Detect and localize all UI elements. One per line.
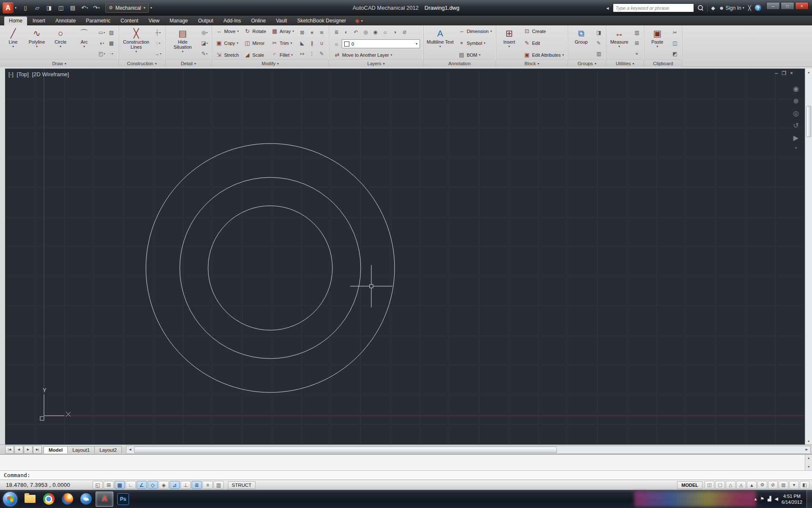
online-services-icon[interactable]: ◉	[355, 18, 359, 24]
workspace-dropdown[interactable]: ⚙ Mechanical ▾	[105, 3, 149, 13]
panel-label-detail[interactable]: Detail▾	[165, 60, 211, 67]
panel-label-draw[interactable]: Draw▾	[0, 60, 118, 67]
multiline-text-button[interactable]: AMultiline Text▾	[425, 27, 455, 59]
quick-properties-toggle[interactable]: ▥	[214, 481, 224, 489]
erase-button[interactable]: ⊠	[298, 28, 307, 37]
layer-freeze-button[interactable]: ☼	[381, 28, 390, 36]
annotation-scale-button[interactable]: ▲	[747, 481, 757, 489]
move-to-another-layer-button[interactable]: ⇄Move to Another Layer▾	[332, 51, 394, 58]
ortho-mode-toggle[interactable]: ∟	[126, 481, 136, 489]
edit-polyline-button[interactable]: ✎	[317, 49, 326, 58]
doc-close-button[interactable]: ×	[790, 70, 793, 76]
tab-manage[interactable]: Manage	[165, 17, 192, 25]
struct-button[interactable]: STRUCT	[228, 481, 255, 489]
tab-sketchbook-designer[interactable]: SketchBook Designer	[293, 17, 351, 25]
scroll-up-icon[interactable]: ▲	[805, 455, 812, 461]
trim-button[interactable]: ✂Trim▾	[269, 39, 296, 47]
maximize-button[interactable]: □	[781, 2, 794, 10]
lengthen-button[interactable]: ↦	[298, 49, 307, 58]
explode-button[interactable]: ∗	[307, 28, 316, 37]
tab-add-ins[interactable]: Add-Ins	[219, 17, 245, 25]
panel-label-utilities[interactable]: Utilities▾	[606, 60, 644, 67]
tab-output[interactable]: Output	[193, 17, 218, 25]
doc-minimize-button[interactable]: –	[775, 70, 778, 76]
construction-ray-button[interactable]: →▾	[154, 49, 162, 58]
steering-wheel-icon[interactable]: ◉	[793, 85, 799, 93]
centerlines-button[interactable]: ┼▾	[154, 28, 162, 37]
grid-display-toggle[interactable]: ▦	[115, 481, 125, 489]
zoom-icon[interactable]: ◎	[793, 109, 799, 117]
snap-mode-toggle[interactable]: ⊞	[104, 481, 114, 489]
group-edit-button[interactable]: ✎	[594, 39, 603, 47]
edit-detail-button[interactable]: ✎▾	[200, 49, 209, 58]
quick-view-layouts-button[interactable]: ◫	[705, 481, 714, 489]
tab-vault[interactable]: Vault	[271, 17, 291, 25]
exchange-apps-icon[interactable]: ╳	[748, 5, 751, 11]
close-button[interactable]: ×	[795, 2, 809, 10]
save-as-button[interactable]: ◫	[55, 3, 66, 13]
dynamic-input-toggle[interactable]: ≣	[192, 481, 202, 489]
panel-label-layers[interactable]: Layers▾	[329, 60, 423, 67]
photoshop-taskbar-button[interactable]: Ps	[114, 491, 132, 507]
copy-button[interactable]: ▣Copy▾	[214, 39, 241, 47]
quick-view-drawings-button[interactable]: ▢	[715, 481, 725, 489]
construction-circle-button[interactable]: ◌▾	[154, 39, 162, 47]
point-button[interactable]: ∙▾	[107, 49, 116, 58]
fillet-button[interactable]: ◜Fillet▾	[269, 51, 296, 58]
autocad-taskbar-button[interactable]: A	[96, 491, 113, 507]
tab-parametric[interactable]: Parametric	[81, 17, 115, 25]
minimize-button[interactable]: –	[766, 2, 780, 10]
ungroup-button[interactable]: ◨	[594, 28, 603, 37]
firefox-taskbar-button[interactable]	[58, 491, 76, 507]
taskbar-clock[interactable]: 4:51 PM 6/14/2012	[782, 493, 802, 505]
divide-button[interactable]: ⋮	[307, 49, 316, 58]
tab-online[interactable]: Online	[247, 17, 271, 25]
3d-object-snap-toggle[interactable]: ◈	[159, 481, 169, 489]
circle-button[interactable]: ○Circle▾	[49, 27, 71, 59]
last-tab-button[interactable]: ▶|	[33, 446, 42, 454]
layer-off-button[interactable]: ◑	[390, 28, 399, 36]
panel-label-construction[interactable]: Construction▾	[119, 60, 165, 67]
scroll-left-icon[interactable]: ◀	[126, 446, 134, 453]
infocenter-collapse-icon[interactable]: ◂	[606, 5, 609, 11]
polar-tracking-toggle[interactable]: ∠	[137, 481, 147, 489]
panel-label-groups[interactable]: Groups▾	[568, 60, 606, 67]
layer-dropdown[interactable]: 0▾	[342, 39, 420, 48]
object-snap-tracking-toggle[interactable]: ⊿	[170, 481, 180, 489]
viewport-menu-button[interactable]: [-]	[8, 71, 14, 77]
lineweight-toggle[interactable]: ≡	[203, 481, 213, 489]
layer-previous-button[interactable]: ↶	[351, 28, 360, 36]
save-button[interactable]: ◨	[44, 3, 55, 13]
orbit-icon[interactable]: ↺	[793, 121, 798, 130]
measure-button[interactable]: ↔Measure▾	[608, 27, 630, 59]
create-button[interactable]: ⊡Create	[522, 28, 565, 35]
panel-label-block[interactable]: Block▾	[496, 60, 568, 67]
qnew-button[interactable]: ▯	[20, 3, 31, 13]
thunderbird-taskbar-button[interactable]	[77, 491, 95, 507]
undo-button[interactable]: ↶▾	[79, 3, 90, 13]
scroll-down-icon[interactable]: ▼	[805, 438, 812, 444]
chrome-taskbar-button[interactable]	[40, 491, 58, 507]
layout-tab-layout1[interactable]: Layout1	[67, 446, 95, 453]
arc-button[interactable]: ⌒Arc▾	[73, 27, 95, 59]
group-button[interactable]: ⧉Group	[570, 27, 592, 59]
layout-tab-model[interactable]: Model	[44, 446, 68, 453]
infer-constraints-toggle[interactable]: ◱	[93, 481, 103, 489]
edit-attributes-button[interactable]: ▣Edit Attributes▾	[522, 51, 565, 58]
volume-icon[interactable]: ◀	[775, 496, 778, 502]
layer-unisolate-button[interactable]: ◉	[371, 28, 380, 36]
hide-situation-button[interactable]: ▤Hide Situation▾	[167, 27, 198, 59]
chamfer-button[interactable]: ◣	[298, 39, 307, 47]
help-icon[interactable]: ?	[755, 5, 761, 11]
scale-button[interactable]: ◢Scale	[242, 51, 268, 58]
horizontal-scrollbar-thumb[interactable]	[134, 447, 557, 453]
scroll-right-icon[interactable]: ▶	[803, 446, 810, 453]
hatch-button[interactable]: ▨	[107, 28, 116, 37]
panel-label-clipboard[interactable]: Clipboard	[644, 60, 682, 67]
object-snap-toggle[interactable]: ◇	[148, 481, 158, 489]
tab-view[interactable]: View	[144, 17, 164, 25]
hidden-icons-icon[interactable]: ▴	[754, 496, 757, 502]
panel-label-modify[interactable]: Modify▾	[212, 60, 329, 67]
network-icon[interactable]: ▟	[768, 496, 771, 502]
rectangle-button[interactable]: ▭▾	[97, 28, 106, 37]
